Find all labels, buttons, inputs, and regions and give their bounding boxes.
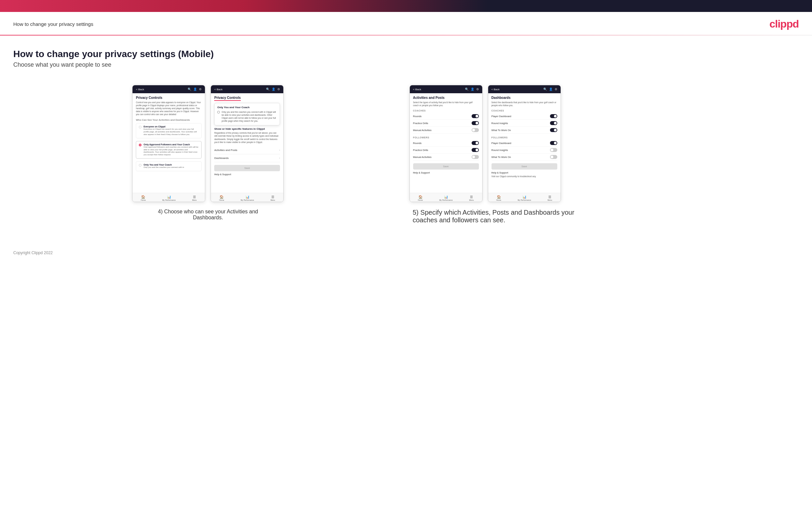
coaches-rounds-toggle[interactable] xyxy=(471,114,479,118)
phone-body-4: Dashboards Select the dashboards that yo… xyxy=(488,93,561,193)
coaches-label-3: COACHES xyxy=(413,110,479,112)
chevron-right-1: › xyxy=(279,149,280,152)
profile-icon-3[interactable]: 👤 xyxy=(471,88,474,91)
back-button-4[interactable]: < Back xyxy=(492,88,500,91)
chart-icon-4: 📊 xyxy=(522,195,526,199)
footer-performance-1[interactable]: 📊 My Performance xyxy=(162,195,176,201)
top-bar xyxy=(0,0,812,12)
footer-menu-4[interactable]: ☰ Menu xyxy=(548,195,552,201)
followers-what-to-work-label: What To Work On xyxy=(492,156,511,159)
coaches-rounds-row: Rounds xyxy=(413,113,479,120)
settings-icon[interactable]: ⚙ xyxy=(199,88,202,91)
popup-radio-option: Only you and the coaches you connect wit… xyxy=(217,111,277,122)
followers-drills-row: Practice Drills xyxy=(413,147,479,154)
option-everyone-title: Everyone on Clippd xyxy=(144,125,199,128)
menu-icon-3: ☰ xyxy=(470,195,473,199)
phone-footer-2: 🏠 Home 📊 My Performance ☰ Menu xyxy=(211,193,283,202)
coaches-manual-label: Manual Activities xyxy=(413,129,432,132)
coaches-round-insights-toggle[interactable] xyxy=(550,121,557,125)
phone-header-icons-4: 🔍 👤 ⚙ xyxy=(543,88,557,91)
search-icon-3[interactable]: 🔍 xyxy=(465,88,469,91)
dashboards-title: Dashboards xyxy=(492,96,557,100)
option-everyone[interactable]: Everyone on Clippd Everyone on Clippd ca… xyxy=(136,123,202,138)
footer-performance-label-2: My Performance xyxy=(241,199,254,201)
menu-icon-2: ☰ xyxy=(271,195,274,199)
option-coach-title: Only You and Your Coach xyxy=(144,164,184,166)
save-button-4[interactable]: Save xyxy=(492,163,557,170)
home-icon-3: 🏠 xyxy=(418,195,422,199)
footer-menu-label-3: Menu xyxy=(469,199,474,201)
search-icon-4[interactable]: 🔍 xyxy=(543,88,547,91)
footer-home-1[interactable]: 🏠 Home xyxy=(141,195,146,201)
followers-what-to-work-row: What To Work On xyxy=(492,154,557,161)
back-button-1[interactable]: < Back xyxy=(136,88,144,91)
footer-home-2[interactable]: 🏠 Home xyxy=(219,195,224,201)
radio-approved-followers[interactable] xyxy=(139,144,142,146)
footer-menu-label: Menu xyxy=(192,199,197,201)
back-button-2[interactable]: < Back xyxy=(214,88,222,91)
followers-drills-toggle[interactable] xyxy=(471,148,479,152)
footer-performance-4[interactable]: 📊 My Performance xyxy=(518,195,531,201)
footer-home-3[interactable]: 🏠 Home xyxy=(418,195,423,201)
coaches-label-4: COACHES xyxy=(492,110,557,112)
coaches-what-to-work-toggle[interactable] xyxy=(550,128,557,132)
coaches-manual-toggle[interactable] xyxy=(471,128,479,132)
followers-player-dashboard-toggle[interactable] xyxy=(550,141,557,145)
phone-header-icons-3: 🔍 👤 ⚙ xyxy=(465,88,479,91)
privacy-controls-title: Privacy Controls xyxy=(136,96,202,100)
phone-body-3: Activities and Posts Select the types of… xyxy=(410,93,482,193)
radio-everyone[interactable] xyxy=(139,126,142,128)
save-button-3[interactable]: Save xyxy=(413,163,479,170)
footer-performance-2[interactable]: 📊 My Performance xyxy=(241,195,254,201)
phone-header-icons-1: 🔍 👤 ⚙ xyxy=(188,88,202,91)
activities-posts-menu[interactable]: Activities and Posts › xyxy=(214,146,280,154)
save-button-2[interactable]: Save xyxy=(214,165,280,171)
search-icon[interactable]: 🔍 xyxy=(188,88,191,91)
followers-manual-toggle[interactable] xyxy=(471,155,479,159)
phone-header-4: < Back 🔍 👤 ⚙ xyxy=(488,85,561,93)
footer-menu-label-4: Menu xyxy=(548,199,552,201)
coaches-drills-toggle[interactable] xyxy=(471,121,479,125)
logo: clippd xyxy=(769,18,799,30)
privacy-controls-tab[interactable]: Privacy Controls xyxy=(214,96,241,100)
followers-label-3: FOLLOWERS xyxy=(413,136,479,139)
phone-footer-3: 🏠 Home 📊 My Performance ☰ Menu xyxy=(410,193,482,202)
popup-radio[interactable] xyxy=(217,111,220,113)
footer-performance-label: My Performance xyxy=(162,199,176,201)
footer-menu-1[interactable]: ☰ Menu xyxy=(192,195,197,201)
settings-icon-2[interactable]: ⚙ xyxy=(277,88,280,91)
followers-what-to-work-toggle[interactable] xyxy=(550,155,557,159)
followers-round-insights-toggle[interactable] xyxy=(550,148,557,152)
dashboards-text: Select the dashboards that you'd like to… xyxy=(492,101,557,107)
footer-menu-3[interactable]: ☰ Menu xyxy=(469,195,474,201)
phone-header-icons-2: 🔍 👤 ⚙ xyxy=(266,88,280,91)
footer-performance-3[interactable]: 📊 My Performance xyxy=(439,195,453,201)
footer-performance-label-4: My Performance xyxy=(518,199,531,201)
home-icon-4: 🏠 xyxy=(497,195,501,199)
radio-only-coach[interactable] xyxy=(139,164,142,167)
search-icon-2[interactable]: 🔍 xyxy=(266,88,270,91)
back-button-3[interactable]: < Back xyxy=(413,88,421,91)
footer-menu-2[interactable]: ☰ Menu xyxy=(271,195,275,201)
profile-icon-2[interactable]: 👤 xyxy=(272,88,275,91)
option-only-coach[interactable]: Only You and Your Coach Only you and the… xyxy=(136,161,202,171)
copyright: Copyright Clippd 2022 xyxy=(0,244,812,262)
coaches-drills-label: Practice Drills xyxy=(413,122,428,125)
followers-round-insights-label: Round Insights xyxy=(492,149,508,152)
dashboards-menu[interactable]: Dashboards › xyxy=(214,154,280,162)
settings-icon-3[interactable]: ⚙ xyxy=(476,88,479,91)
option-approved-followers[interactable]: Only Approved Followers and Your Coach O… xyxy=(136,141,202,159)
footer-home-label-2: Home xyxy=(219,199,224,201)
popup-title: Only You and Your Coach xyxy=(217,106,277,109)
profile-icon-4[interactable]: 👤 xyxy=(549,88,553,91)
settings-icon-4[interactable]: ⚙ xyxy=(555,88,557,91)
footer-home-4[interactable]: 🏠 Home xyxy=(496,195,501,201)
option-approved-title: Only Approved Followers and Your Coach xyxy=(144,143,199,146)
profile-icon[interactable]: 👤 xyxy=(193,88,197,91)
coaches-what-to-work-label: What To Work On xyxy=(492,129,511,132)
followers-rounds-toggle[interactable] xyxy=(471,141,479,145)
option-everyone-desc: Everyone on Clippd can search for you an… xyxy=(144,128,199,136)
coaches-player-dashboard-toggle[interactable] xyxy=(550,114,557,118)
phone-body-1: Privacy Controls Control how you and you… xyxy=(133,93,205,193)
coaches-player-dashboard-row: Player Dashboard xyxy=(492,113,557,120)
